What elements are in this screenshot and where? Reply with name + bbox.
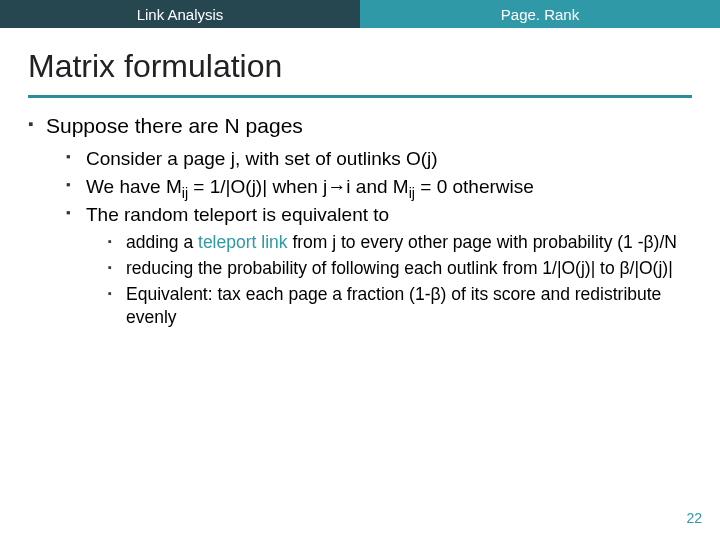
- tab-link-analysis: Link Analysis: [0, 0, 360, 28]
- title-rule: [28, 95, 692, 98]
- page-number: 22: [686, 510, 702, 526]
- teleport-link-phrase: teleport link: [198, 232, 288, 252]
- bullet-teleport-text: The random teleport is equivalent to: [86, 204, 389, 225]
- mij-b: = 1/|O(j)| when j→i and M: [188, 176, 409, 197]
- bullet-mij: We have Mij = 1/|O(j)| when j→i and Mij …: [66, 174, 692, 199]
- tl-a: adding a: [126, 232, 198, 252]
- bullet-teleport: The random teleport is equivalent to add…: [66, 202, 692, 329]
- bullet-consider: Consider a page j, with set of outlinks …: [66, 146, 692, 171]
- bullet-teleport-link: adding a teleport link from j to every o…: [108, 231, 692, 254]
- title-wrap: Matrix formulation: [0, 28, 720, 91]
- body: Suppose there are N pages Consider a pag…: [0, 112, 720, 329]
- bullet-reduce-prob: reducing the probability of following ea…: [108, 257, 692, 280]
- mij-c: = 0 otherwise: [415, 176, 534, 197]
- mij-a: We have M: [86, 176, 182, 197]
- slide: Link Analysis Page. Rank Matrix formulat…: [0, 0, 720, 540]
- tab-pagerank: Page. Rank: [360, 0, 720, 28]
- bullet-suppose: Suppose there are N pages Consider a pag…: [28, 112, 692, 329]
- bullet-suppose-text: Suppose there are N pages: [46, 114, 303, 137]
- bullet-equivalent: Equivalent: tax each page a fraction (1-…: [108, 283, 692, 329]
- tl-b: from j to every other page with probabil…: [288, 232, 677, 252]
- page-title: Matrix formulation: [28, 48, 692, 85]
- topbar: Link Analysis Page. Rank: [0, 0, 720, 28]
